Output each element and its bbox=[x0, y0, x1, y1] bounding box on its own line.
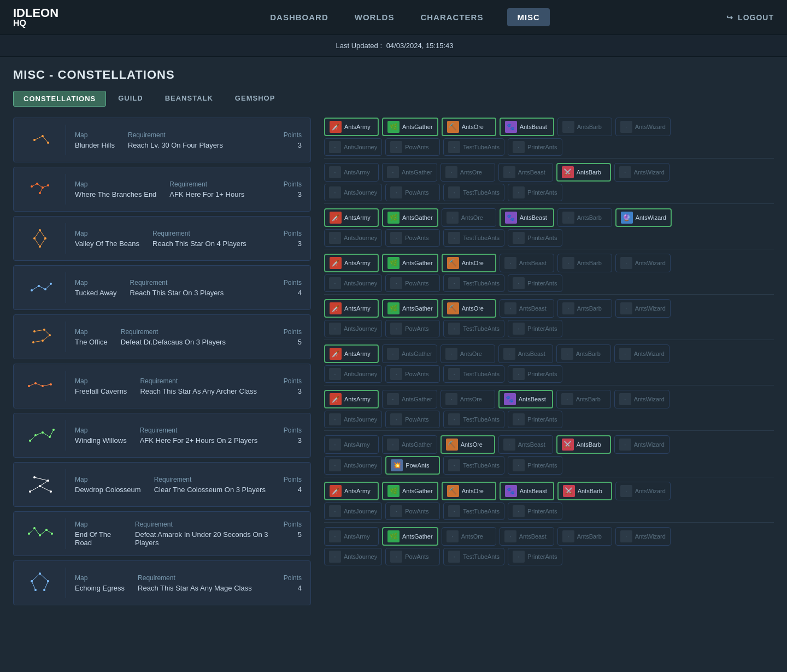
char-badge[interactable]: · AntsJourney bbox=[324, 274, 382, 292]
char-badge[interactable]: 🗡️ AntsArmy bbox=[324, 344, 379, 363]
char-badge[interactable]: · AntsWizard bbox=[614, 163, 669, 182]
char-badge[interactable]: · AntsArmy bbox=[324, 527, 379, 546]
nav-worlds[interactable]: WORLDS bbox=[353, 8, 397, 26]
char-badge[interactable]: · AntsBarb bbox=[557, 208, 612, 227]
char-badge[interactable]: 🌿 AntsGather bbox=[382, 118, 438, 136]
char-badge[interactable]: 🌿 AntsGather bbox=[382, 482, 438, 500]
char-badge[interactable]: · PowAnts bbox=[385, 548, 440, 565]
char-badge[interactable]: · AntsOre bbox=[441, 344, 495, 363]
char-badge[interactable]: · AntsBeast bbox=[498, 344, 553, 363]
nav-misc[interactable]: MISC bbox=[507, 8, 550, 26]
char-badge[interactable]: · AntsJourney bbox=[324, 502, 382, 520]
char-badge[interactable]: 🐾 AntsBeast bbox=[500, 482, 554, 500]
char-badge[interactable]: 🗡️ AntsArmy bbox=[324, 118, 379, 136]
char-badge[interactable]: · PrinterAnts bbox=[508, 548, 562, 565]
char-badge[interactable]: · TestTubeAnts bbox=[443, 365, 504, 383]
char-badge[interactable]: ⛏️ AntsOre bbox=[442, 254, 496, 272]
char-badge[interactable]: · AntsBeast bbox=[500, 254, 554, 272]
char-badge[interactable]: 🐾 AntsBeast bbox=[500, 118, 554, 136]
char-badge[interactable]: · AntsWizard bbox=[614, 344, 669, 363]
char-badge[interactable]: · PowAnts bbox=[385, 229, 440, 247]
char-badge[interactable]: · PrinterAnts bbox=[508, 502, 562, 520]
char-badge[interactable]: 🔮 AntsWizard bbox=[615, 208, 672, 227]
char-badge[interactable]: · AntsBeast bbox=[500, 299, 554, 318]
char-badge[interactable]: ⛏️ AntsOre bbox=[442, 482, 496, 500]
char-badge[interactable]: · PrinterAnts bbox=[508, 138, 562, 156]
char-badge[interactable]: 🗡️ AntsArmy bbox=[324, 299, 379, 318]
char-badge[interactable]: · AntsArmy bbox=[324, 435, 379, 454]
char-badge[interactable]: 🐾 AntsBeast bbox=[500, 208, 554, 227]
logout-button[interactable]: ↪ LOGOUT bbox=[726, 13, 774, 22]
char-badge[interactable]: · TestTubeAnts bbox=[443, 502, 504, 520]
char-badge[interactable]: · PrinterAnts bbox=[508, 456, 562, 475]
char-badge[interactable]: · AntsBarb bbox=[557, 527, 612, 546]
char-badge[interactable]: 🌿 AntsGather bbox=[382, 299, 438, 318]
char-badge[interactable]: · AntsOre bbox=[442, 527, 496, 546]
nav-dashboard[interactable]: DASHBOARD bbox=[268, 8, 331, 26]
tab-constellations[interactable]: CONSTELLATIONS bbox=[13, 91, 106, 107]
char-badge[interactable]: · AntsBarb bbox=[556, 344, 611, 363]
char-badge[interactable]: · AntsWizard bbox=[615, 299, 671, 318]
char-badge[interactable]: · TestTubeAnts bbox=[443, 456, 504, 475]
char-badge[interactable]: · AntsBeast bbox=[498, 435, 553, 454]
char-badge[interactable]: · AntsJourney bbox=[324, 229, 382, 247]
char-badge[interactable]: · PrinterAnts bbox=[508, 320, 562, 337]
char-badge[interactable]: 💥 PowAnts bbox=[385, 456, 440, 475]
char-badge[interactable]: · AntsOre bbox=[442, 208, 496, 227]
char-badge[interactable]: · AntsGather bbox=[382, 163, 437, 182]
char-badge[interactable]: 🗡️ AntsArmy bbox=[324, 208, 379, 227]
char-badge[interactable]: · AntsGather bbox=[382, 435, 437, 454]
char-badge[interactable]: 🌿 AntsGather bbox=[382, 208, 438, 227]
char-badge[interactable]: 🌿 AntsGather bbox=[382, 527, 438, 546]
tab-beanstalk[interactable]: BEANSTALK bbox=[155, 91, 223, 107]
char-badge[interactable]: · AntsWizard bbox=[615, 527, 671, 546]
char-badge[interactable]: · PrinterAnts bbox=[508, 274, 562, 292]
char-badge[interactable]: ⚔️ AntsBarb bbox=[557, 482, 612, 500]
char-badge[interactable]: · PowAnts bbox=[385, 184, 440, 201]
char-badge[interactable]: · PowAnts bbox=[385, 502, 440, 520]
char-badge[interactable]: 🗡️ AntsArmy bbox=[324, 254, 379, 272]
char-badge[interactable]: 🌿 AntsGather bbox=[382, 254, 438, 272]
char-badge[interactable]: · AntsJourney bbox=[324, 456, 382, 475]
char-badge[interactable]: · AntsBarb bbox=[557, 299, 612, 318]
char-badge[interactable]: · PrinterAnts bbox=[508, 229, 562, 247]
char-badge[interactable]: · AntsBarb bbox=[557, 254, 612, 272]
char-badge[interactable]: · PowAnts bbox=[385, 274, 440, 292]
char-badge[interactable]: · AntsJourney bbox=[324, 365, 382, 383]
char-badge[interactable]: · AntsBeast bbox=[500, 527, 554, 546]
char-badge[interactable]: · AntsGather bbox=[382, 344, 437, 363]
char-badge[interactable]: · AntsBarb bbox=[557, 118, 612, 136]
char-badge[interactable]: ⚔️ AntsBarb bbox=[556, 163, 611, 182]
char-badge[interactable]: ⛏️ AntsOre bbox=[441, 435, 495, 454]
char-badge[interactable]: · AntsBarb bbox=[556, 390, 611, 408]
char-badge[interactable]: 🐾 AntsBeast bbox=[498, 390, 553, 408]
char-badge[interactable]: · PowAnts bbox=[385, 411, 440, 428]
char-badge[interactable]: · AntsOre bbox=[441, 163, 495, 182]
char-badge[interactable]: · AntsJourney bbox=[324, 184, 382, 201]
char-badge[interactable]: · AntsWizard bbox=[615, 482, 671, 500]
tab-gemshop[interactable]: GEMSHOP bbox=[225, 91, 285, 107]
char-badge[interactable]: · TestTubeAnts bbox=[443, 184, 504, 201]
char-badge[interactable]: · AntsArmy bbox=[324, 163, 379, 182]
char-badge[interactable]: · PowAnts bbox=[385, 138, 440, 156]
char-badge[interactable]: · TestTubeAnts bbox=[443, 411, 504, 428]
char-badge[interactable]: · AntsWizard bbox=[615, 254, 671, 272]
char-badge[interactable]: · AntsJourney bbox=[324, 320, 382, 337]
char-badge[interactable]: · PowAnts bbox=[385, 320, 440, 337]
char-badge[interactable]: · AntsWizard bbox=[615, 118, 671, 136]
char-badge[interactable]: · TestTubeAnts bbox=[443, 229, 504, 247]
char-badge[interactable]: · AntsGather bbox=[382, 390, 437, 408]
char-badge[interactable]: ⛏️ AntsOre bbox=[442, 299, 496, 318]
char-badge[interactable]: ⛏️ AntsOre bbox=[442, 118, 496, 136]
char-badge[interactable]: · AntsJourney bbox=[324, 411, 382, 428]
char-badge[interactable]: · AntsOre bbox=[441, 390, 495, 408]
char-badge[interactable]: 🗡️ AntsArmy bbox=[324, 482, 379, 500]
char-badge[interactable]: · AntsJourney bbox=[324, 548, 382, 565]
char-badge[interactable]: · TestTubeAnts bbox=[443, 138, 504, 156]
char-badge[interactable]: · TestTubeAnts bbox=[443, 320, 504, 337]
nav-characters[interactable]: CHARACTERS bbox=[418, 8, 485, 26]
char-badge[interactable]: · TestTubeAnts bbox=[443, 548, 504, 565]
tab-guild[interactable]: GUILD bbox=[108, 91, 152, 107]
char-badge[interactable]: · TestTubeAnts bbox=[443, 274, 504, 292]
char-badge[interactable]: · AntsWizard bbox=[614, 435, 669, 454]
